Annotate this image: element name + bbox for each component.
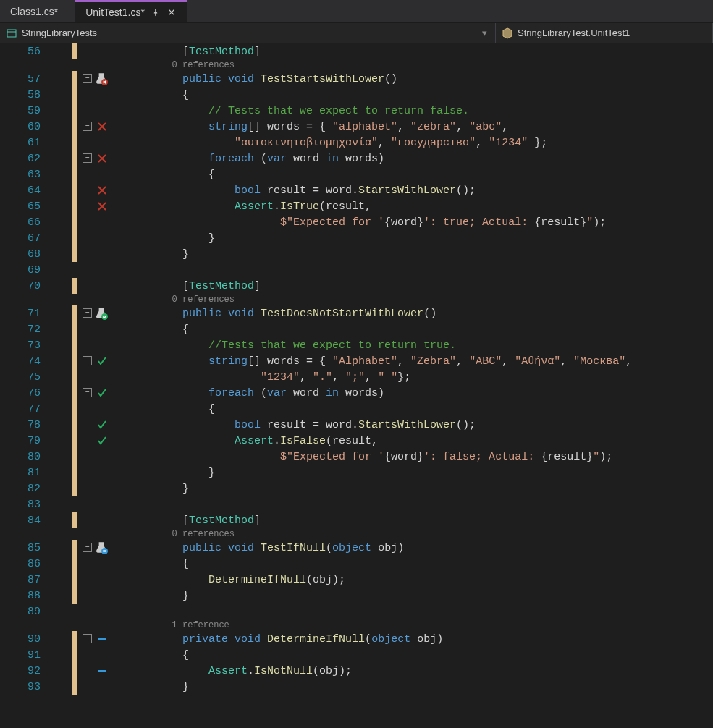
token-string: ";": [345, 371, 365, 384]
code-line[interactable]: {: [83, 647, 713, 663]
line-number: 84: [0, 515, 51, 527]
codelens[interactable]: 0 references: [83, 59, 713, 71]
code-line[interactable]: − string[] words = { "Alphabet", "Zebra"…: [83, 353, 713, 369]
close-icon[interactable]: [166, 7, 177, 17]
codelens-text[interactable]: 0 references: [172, 529, 235, 539]
change-marker: [72, 631, 77, 695]
codelens[interactable]: 1 reference: [83, 619, 713, 631]
line-number: 85: [0, 542, 51, 554]
tab-unittest1[interactable]: UnitTest1.cs*: [75, 0, 187, 22]
line-number: 59: [0, 105, 51, 117]
fold-toggle[interactable]: −: [83, 388, 92, 397]
token-type: Assert: [235, 435, 274, 447]
nav-project-label: StringLibraryTests: [22, 27, 97, 38]
token-kw: object: [371, 633, 410, 646]
code-line[interactable]: [TestMethod]: [83, 512, 713, 528]
code-line[interactable]: bool result = word.StartsWithLower();: [83, 182, 713, 198]
line-number-gutter: 56 57 58 59 60 61 62 63 64 65 66 67 68 6…: [0, 43, 67, 728]
code-line[interactable]: $"Expected for '{word}': true; Actual: {…: [83, 214, 713, 230]
code-line[interactable]: {: [83, 321, 713, 337]
code-line[interactable]: }: [83, 465, 713, 481]
line-number: 58: [0, 89, 51, 101]
code-line[interactable]: //Tests that we expect to return true.: [83, 337, 713, 353]
code-line[interactable]: }: [83, 588, 713, 604]
code-line[interactable]: }: [83, 230, 713, 246]
code-line[interactable]: [83, 496, 713, 512]
code-line[interactable]: }: [83, 246, 713, 262]
change-marker: [72, 278, 77, 294]
code-editor[interactable]: 56 57 58 59 60 61 62 63 64 65 66 67 68 6…: [0, 43, 713, 728]
code-line[interactable]: − foreach (var word in words): [83, 385, 713, 401]
token-attr: TestMethod: [189, 46, 254, 58]
check-pass-icon: [97, 388, 107, 398]
code-line[interactable]: // Tests that we expect to return false.: [83, 103, 713, 119]
code-line[interactable]: − private void DetermineIfNull(object ob…: [83, 631, 713, 647]
dash-nocoverage-icon: [97, 666, 107, 676]
line-number: 60: [0, 121, 51, 133]
code-line[interactable]: {: [83, 87, 713, 103]
line-number: 61: [0, 137, 51, 149]
code-line[interactable]: "1234", ".", ";", " "};: [83, 369, 713, 385]
fold-toggle[interactable]: −: [83, 122, 92, 131]
codelens-text[interactable]: 0 references: [172, 295, 235, 305]
codelens-text[interactable]: 1 reference: [172, 620, 229, 630]
class-icon: [502, 27, 513, 39]
fold-toggle[interactable]: −: [83, 356, 92, 365]
code-line[interactable]: DetermineIfNull(obj);: [83, 572, 713, 588]
token-string: "Zebra": [410, 355, 456, 368]
code-line[interactable]: − string[] words = { "alphabet", "zebra"…: [83, 119, 713, 135]
x-fail-icon: [97, 185, 107, 195]
token-kw: void: [235, 633, 261, 646]
token-string: "Expected for ': [287, 216, 384, 229]
code-line[interactable]: "αυτοκινητοβιομηχανία", "государство", "…: [83, 135, 713, 151]
code-line[interactable]: Assert.IsTrue(result,: [83, 198, 713, 214]
code-line[interactable]: {: [83, 556, 713, 572]
code-line[interactable]: [83, 262, 713, 278]
line-number: 68: [0, 248, 51, 261]
codelens[interactable]: 0 references: [83, 528, 713, 540]
pin-icon[interactable]: [151, 7, 161, 17]
code-line[interactable]: [83, 604, 713, 619]
fold-toggle[interactable]: −: [83, 74, 92, 83]
code-line[interactable]: − foreach (var word in words): [83, 151, 713, 166]
code-line[interactable]: }: [83, 679, 713, 695]
token-kw: var: [267, 153, 287, 165]
code-line[interactable]: {: [83, 166, 713, 182]
code-line[interactable]: Assert.IsFalse(result,: [83, 433, 713, 449]
code-content[interactable]: [TestMethod] 0 references − public void …: [83, 43, 713, 728]
svg-rect-6: [98, 670, 106, 672]
line-number: 77: [0, 403, 51, 415]
code-line[interactable]: }: [83, 481, 713, 496]
tab-class1[interactable]: Class1.cs*: [0, 0, 68, 22]
token-method: StartsWithLower: [358, 419, 456, 431]
fold-toggle[interactable]: −: [83, 543, 92, 552]
fold-toggle[interactable]: −: [83, 153, 92, 163]
token-method: DetermineIfNull: [208, 574, 306, 586]
nav-class-dropdown[interactable]: StringLibraryTest.UnitTest1: [496, 23, 713, 43]
code-line[interactable]: [TestMethod]: [83, 43, 713, 59]
line-number: 80: [0, 451, 51, 463]
tab-label: UnitTest1.cs*: [85, 7, 145, 18]
nav-project-dropdown[interactable]: StringLibraryTests ▾: [0, 23, 496, 43]
token-kw: bool: [235, 185, 261, 197]
code-line[interactable]: − public void TestStartsWithLower(): [83, 71, 713, 87]
token-type: Assert: [235, 200, 274, 213]
fold-toggle[interactable]: −: [83, 634, 92, 643]
token-kw: string: [208, 355, 248, 368]
test-fail-icon: [95, 72, 108, 85]
code-line[interactable]: [TestMethod]: [83, 278, 713, 294]
code-line[interactable]: bool result = word.StartsWithLower();: [83, 417, 713, 433]
line-number: 62: [0, 153, 51, 165]
fold-toggle[interactable]: −: [83, 308, 92, 318]
line-number: 89: [0, 606, 51, 618]
codelens[interactable]: 0 references: [83, 294, 713, 305]
code-line[interactable]: Assert.IsNotNull(obj);: [83, 663, 713, 679]
code-line[interactable]: − public void TestIfNull(object obj): [83, 540, 713, 556]
project-icon: [6, 27, 17, 39]
code-line[interactable]: {: [83, 401, 713, 417]
code-line[interactable]: − public void TestDoesNotStartWithLower(…: [83, 305, 713, 321]
codelens-text[interactable]: 0 references: [172, 60, 235, 70]
line-number: 57: [0, 73, 51, 85]
code-line[interactable]: $"Expected for '{word}': false; Actual: …: [83, 449, 713, 465]
line-number: 56: [0, 46, 51, 58]
